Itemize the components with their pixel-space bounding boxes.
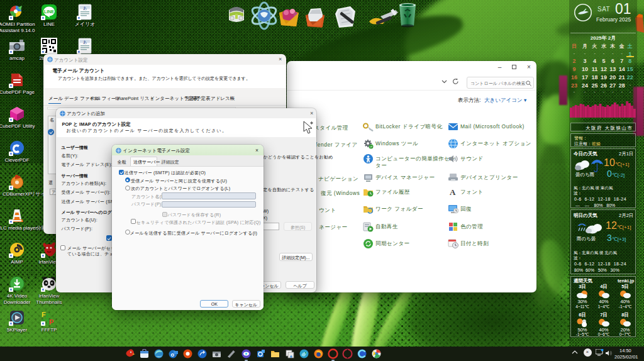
svg-text:あ: あ	[83, 6, 87, 11]
svg-text:P: P	[49, 318, 53, 326]
svg-text:A: A	[450, 187, 456, 197]
svg-text:LINE: LINE	[44, 9, 54, 14]
svg-text:F: F	[42, 311, 46, 318]
svg-text:あ: あ	[83, 40, 87, 45]
